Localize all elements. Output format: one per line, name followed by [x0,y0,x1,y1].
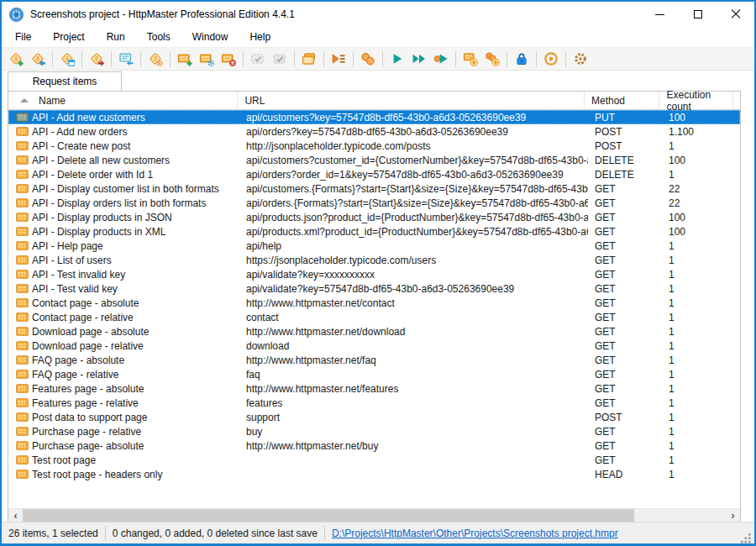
row-name: Purchase page - relative [32,426,141,438]
row-execution-count: 100 [664,212,738,223]
menu-item-file[interactable]: File [4,27,42,47]
window-title: Screenshots project - HttpMaster Profess… [30,8,641,20]
run-selected-items-button[interactable] [430,49,452,70]
request-item-properties-button[interactable] [56,49,78,70]
run-sequence-button[interactable] [328,49,349,70]
table-row[interactable]: Download page - absolutehttp://www.httpm… [8,324,740,339]
run-sequence-icon [331,51,346,66]
item-comments-button[interactable] [115,49,137,70]
table-row[interactable]: API - Display products in JSONapi/produc… [8,210,740,224]
row-name: API - Create new post [32,140,130,152]
schedule-item-run-button[interactable] [459,49,481,70]
table-row[interactable]: API - Display orders list in both format… [8,196,740,210]
request-item-icon [16,213,29,222]
menu-item-tools[interactable]: Tools [136,27,181,47]
column-header-name[interactable]: Name [8,92,238,109]
menu-item-help[interactable]: Help [239,27,281,47]
table-row[interactable]: API - Create new posthttp://jsonplacehol… [8,139,740,153]
new-group-button[interactable] [174,49,196,70]
tab-request-items[interactable]: Request items [8,71,122,91]
request-item-icon [16,198,29,207]
table-row[interactable]: Contact page - absolutehttp://www.httpma… [8,296,740,310]
menu-item-run[interactable]: Run [96,27,136,47]
request-item-icon [16,141,29,150]
close-button[interactable] [717,2,754,27]
table-row[interactable]: API - List of usershttps://jsonplacehold… [8,253,740,267]
row-name: API - Test valid key [32,283,118,295]
project-settings-button[interactable] [570,49,591,70]
scrollbar-thumb[interactable] [23,509,634,522]
item-options-icon [148,51,163,66]
column-label: Method [591,95,625,107]
row-method: POST [588,126,664,138]
row-name: FAQ page - absolute [32,354,124,366]
table-row[interactable]: API - Test invalid keyapi/validate?key=x… [8,267,740,281]
menu-item-project[interactable]: Project [42,27,95,47]
new-request-item-button[interactable] [5,49,27,70]
row-name: Features page - absolute [32,383,144,395]
table-row[interactable]: API - Delete order with Id 1api/orders?o… [8,167,740,181]
table-row[interactable]: API - Display products in XMLapi/product… [8,224,740,239]
column-header-execution-count[interactable]: Execution count [659,92,733,109]
table-row[interactable]: Test root pageGET1 [8,453,740,467]
move-request-item-button[interactable] [86,49,108,70]
row-method: GET [588,212,664,223]
maximize-button[interactable] [679,2,717,27]
column-header-url[interactable]: URL [238,92,585,109]
row-url: contact [239,312,588,323]
horizontal-scrollbar[interactable]: ‹ › [8,508,740,522]
chain-items-button[interactable] [357,49,379,70]
row-name: Test root page - headers only [32,469,162,480]
table-row[interactable]: Post data to support pagesupportPOST1 [8,410,740,424]
row-execution-count: 100 [664,112,738,123]
item-options-button[interactable] [144,49,166,70]
row-url: download [239,340,588,352]
table-row[interactable]: API - Add new customersapi/customers?key… [8,110,740,124]
lock-project-button[interactable] [511,49,533,70]
group-options-button[interactable] [196,49,218,70]
row-url: buy [239,426,588,438]
table-row[interactable]: API - Add new ordersapi/orders?key=57547… [8,124,740,139]
column-header-method[interactable]: Method [585,92,660,109]
menu-item-window[interactable]: Window [181,27,239,47]
minimize-button[interactable] [641,2,679,27]
row-method: GET [588,197,664,209]
row-url: api/validate?key=xxxxxxxxxx [239,269,588,281]
table-row[interactable]: FAQ page - absolutehttp://www.httpmaster… [8,353,740,367]
scrollbar-track[interactable] [23,509,726,522]
row-execution-count: 1 [664,283,738,295]
table-row[interactable]: Features page - absolutehttp://www.httpm… [8,381,740,396]
table-row[interactable]: Download page - relativedownloadGET1 [8,339,740,353]
row-execution-count: 1 [664,440,738,452]
clone-request-item-button[interactable] [27,49,49,70]
request-item-icon [16,255,29,265]
table-row[interactable]: Purchase page - relativebuyGET1 [8,424,740,438]
run-item-button[interactable] [386,49,408,70]
table-header: Name URL Method Execution count [8,92,740,110]
run-all-items-button[interactable] [408,49,430,70]
row-name: API - Display orders list in both format… [32,197,206,209]
scroll-right-icon[interactable]: › [726,509,740,522]
table-row[interactable]: API - Test valid keyapi/validate?key=575… [8,281,740,296]
project-path-link[interactable]: D:\Projects\HttpMaster\Other\Projects\Sc… [332,528,618,539]
table-row[interactable]: FAQ page - relativefaqGET1 [8,367,740,381]
table-row[interactable]: API - Delete all new customersapi/custom… [8,153,740,167]
delete-group-button[interactable] [218,49,239,70]
resize-grip-icon[interactable] [740,532,752,543]
execution-history-button[interactable] [540,49,562,70]
request-item-icon [16,127,29,136]
schedule-chain-run-icon [485,51,500,66]
schedule-chain-run-button[interactable] [481,49,503,70]
row-url: api/orders.{Formats}?start={Start}&size=… [239,197,588,209]
table-row[interactable]: Features page - relativefeaturesGET1 [8,396,740,410]
table-row[interactable]: Purchase page- absolutehttp://www.httpma… [8,438,740,453]
scroll-left-icon[interactable]: ‹ [8,509,23,522]
row-method: GET [588,240,664,252]
row-execution-count: 100 [664,226,738,238]
table-row[interactable]: Test root page - headers onlyHEAD1 [8,467,740,481]
table-row[interactable]: API - Display customer list in both form… [8,181,740,196]
status-changes-summary: 0 changed, 0 added, 0 deleted since last… [106,528,324,539]
data-generator-button[interactable] [298,49,320,70]
table-row[interactable]: Contact page - relativecontactGET1 [8,310,740,324]
table-row[interactable]: API - Help pageapi/helpGET1 [8,239,740,253]
